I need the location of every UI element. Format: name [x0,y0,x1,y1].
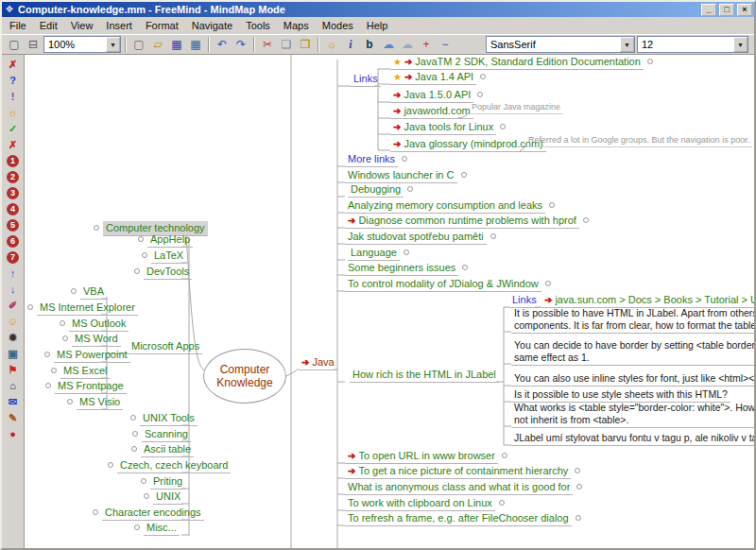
help-icon[interactable]: ? [5,74,21,88]
fold-handle[interactable] [94,225,99,231]
mindmap-node[interactable]: Popular Java magazine [469,101,563,114]
fold-handle[interactable] [502,453,507,458]
mindmap-node[interactable]: MS Word [72,332,121,347]
fold-handle[interactable] [51,368,57,373]
back-icon[interactable]: ↑ [5,266,21,281]
mindmap-node[interactable]: Analyzing memory consumption and leaks [345,198,545,214]
mindmap-node[interactable]: MS Outlook [69,317,129,332]
paste-icon[interactable]: ❐ [297,36,314,53]
priority-2-icon[interactable]: 2 [7,171,19,183]
mindmap-node[interactable]: Referred a lot in Google groups. But the… [525,134,752,147]
mindmap-node[interactable]: VBA [80,284,107,300]
zoom-combo[interactable]: 100%▼ [43,36,121,53]
menu-tools[interactable]: Tools [239,18,277,34]
priority-7-icon[interactable]: 7 [7,251,19,264]
menu-modes[interactable]: Modes [316,18,360,34]
fold-handle[interactable] [490,233,496,239]
mindmap-node[interactable]: Debugging [348,182,404,198]
mindmap-node[interactable]: AppHelp [147,232,193,248]
mindmap-node[interactable]: MS Frontpage [55,379,127,394]
menu-edit[interactable]: Edit [33,18,64,34]
ok-icon[interactable]: ✓ [5,122,21,136]
fold-handle[interactable] [132,431,138,437]
zoom-out-icon[interactable]: − [437,36,454,53]
stop-icon[interactable]: ● [5,427,21,441]
copy-icon[interactable]: ❏ [278,36,295,53]
italic-icon[interactable]: i [342,36,359,53]
chevron-down-icon[interactable]: ▼ [106,37,120,52]
print-icon[interactable]: ⊟ [25,36,42,53]
menu-file[interactable]: File [3,18,33,34]
mindmap-node[interactable]: To refresh a frame, e.g. after FileChoos… [345,511,572,526]
mindmap-node[interactable]: Character encodings [102,506,204,521]
idea-icon[interactable]: ☼ [323,36,340,53]
window-titlebar[interactable]: ❖ Computer-knowledge.mm - FreeMind - Min… [2,2,754,17]
fold-handle[interactable] [499,500,505,506]
font-combo[interactable]: SansSerif▼ [486,36,635,53]
forward-icon[interactable]: ↓ [5,283,21,297]
mindmap-node[interactable]: MS Visio [77,395,123,410]
bold-icon[interactable]: b [361,36,378,53]
fold-handle[interactable] [62,335,68,341]
open-icon[interactable]: ▱ [149,36,166,53]
menu-format[interactable]: Format [139,18,185,34]
fold-handle[interactable] [142,252,147,258]
menu-maps[interactable]: Maps [277,18,316,34]
fold-handle[interactable] [545,281,551,286]
fold-handle[interactable] [93,509,98,515]
priority-4-icon[interactable]: 4 [7,203,19,215]
home-icon[interactable]: ⌂ [5,379,21,393]
minimize-button[interactable]: _ [701,4,716,16]
mindmap-node[interactable]: You can decide to have border by setting… [511,338,754,366]
new-map-icon[interactable]: ▢ [6,36,23,53]
mindmap-node[interactable]: Links [351,72,381,87]
bomb-icon[interactable]: ✹ [5,331,21,345]
mindmap-node[interactable]: Windows launcher in C [345,168,457,183]
maximize-button[interactable]: □ [719,4,734,16]
mindmap-node[interactable]: ➔Java tools for Linux [390,120,496,135]
size-combo[interactable]: 12▼ [637,36,748,53]
save-icon[interactable]: ▦ [168,36,185,53]
menu-navigate[interactable]: Navigate [185,18,239,34]
priority-1-icon[interactable]: 1 [7,155,19,167]
fold-handle[interactable] [108,462,113,468]
mindmap-node[interactable]: LaTeX [151,249,186,264]
fold-handle[interactable] [461,172,467,178]
mindmap-node[interactable]: MS Powerpoint [54,348,130,363]
priority-3-icon[interactable]: 3 [7,187,19,199]
fold-handle[interactable] [141,478,146,484]
new-icon[interactable]: ▢ [130,36,147,53]
mindmap-node[interactable]: ➔Java 1.5.0 API [390,88,473,103]
warning-icon[interactable]: ! [5,90,21,104]
fold-handle[interactable] [138,236,144,242]
mindmap-node[interactable]: ➔Java glossary (mindprod.com) [390,137,546,152]
fold-handle[interactable] [576,515,581,521]
mindmap-node[interactable]: It is possible to have HTML in JLabel. A… [511,306,754,334]
mindmap-root-node[interactable]: Computer Knowledge [203,349,286,404]
chevron-down-icon[interactable]: ▼ [620,37,634,52]
mindmap-node[interactable]: To work with clipboard on Linux [345,496,495,511]
priority-5-icon[interactable]: 5 [7,219,19,232]
fold-handle[interactable] [60,320,65,326]
idea-icon[interactable]: ☼ [5,106,21,120]
chevron-down-icon[interactable]: ▼ [733,37,747,52]
mindmap-node[interactable]: UNIX [153,490,183,505]
undo-icon[interactable]: ↶ [214,36,231,53]
mindmap-node[interactable]: Priting [150,474,185,490]
mindmap-node[interactable]: MS Internet Explorer [37,301,138,316]
cut-icon[interactable]: ✂ [259,36,276,53]
mindmap-node[interactable]: More links [345,152,398,167]
mindmap-node[interactable]: You can also use inline styles for font,… [511,371,754,387]
mindmap-node[interactable]: ➔To get a nice picture of containment hi… [345,464,571,479]
fold-handle[interactable] [134,268,140,274]
mindmap-node[interactable]: Language [348,246,400,261]
fold-handle[interactable] [45,383,51,388]
mindmap-node[interactable]: ★➔JavaTM 2 SDK, Standard Edition Documen… [390,55,644,70]
fold-handle[interactable] [144,493,149,499]
mindmap-node[interactable]: How rich is the HTML in JLabel [350,368,499,383]
mindmap-node[interactable]: Ascii table [141,442,194,457]
flag-icon[interactable]: ⚑ [5,363,21,377]
attach-icon[interactable]: ✐ [5,299,21,313]
mindmap-node[interactable]: MS Excel [60,364,110,379]
fold-handle[interactable] [71,288,77,294]
